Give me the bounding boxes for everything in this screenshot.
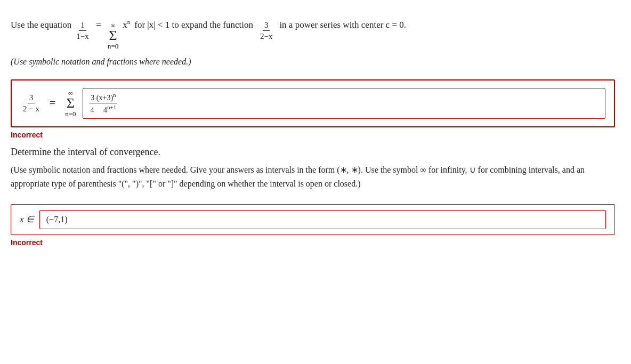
problem-text-start: Use the equation: [11, 17, 71, 34]
answer-content-1: 3 (x+3)n 4 4n+1: [90, 92, 118, 115]
incorrect-label-1: Incorrect: [11, 131, 615, 139]
incorrect-label-2: Incorrect: [11, 238, 615, 247]
frac-1-over-1minusx: 1 1−x: [75, 20, 90, 41]
answer-lhs: 3 2 − x: [20, 93, 42, 114]
tail-text: in a power series with center c = 0.: [279, 17, 406, 34]
answer-section-1: 3 2 − x = ∞ Σ n=0 3 (x+3)n 4 4n+1: [11, 79, 615, 127]
lhs-fraction: 3 2 − x: [21, 93, 41, 114]
use-note: (Use symbolic notation and fractions whe…: [11, 57, 615, 67]
convergence-instructions: (Use symbolic notation and fractions whe…: [11, 163, 615, 191]
interval-input[interactable]: (−7,1): [39, 210, 606, 229]
answer-fraction: 3 (x+3)n 4 4n+1: [90, 92, 118, 115]
answer-input-1[interactable]: 3 (x+3)n 4 4n+1: [83, 88, 605, 119]
sum-term: xn: [123, 17, 130, 34]
x-element-label: x ∈: [20, 214, 34, 225]
condition-text: for |x| < 1 to expand the function: [134, 17, 253, 34]
frac-3-over-2minusx: 3 2−x: [258, 20, 274, 41]
summation-symbol: ∞ Σ n=0: [108, 22, 118, 50]
equals-sign: =: [96, 16, 101, 33]
answer-section-2: x ∈ (−7,1): [11, 204, 615, 235]
interval-value: (−7,1): [46, 215, 68, 224]
convergence-heading: Determine the interval of convergence.: [11, 147, 615, 158]
problem-statement: Use the equation 1 1−x = ∞ Σ n=0 xn for …: [11, 16, 615, 50]
answer-summation: ∞ Σ n=0: [65, 90, 76, 117]
answer-equals: =: [50, 97, 55, 109]
